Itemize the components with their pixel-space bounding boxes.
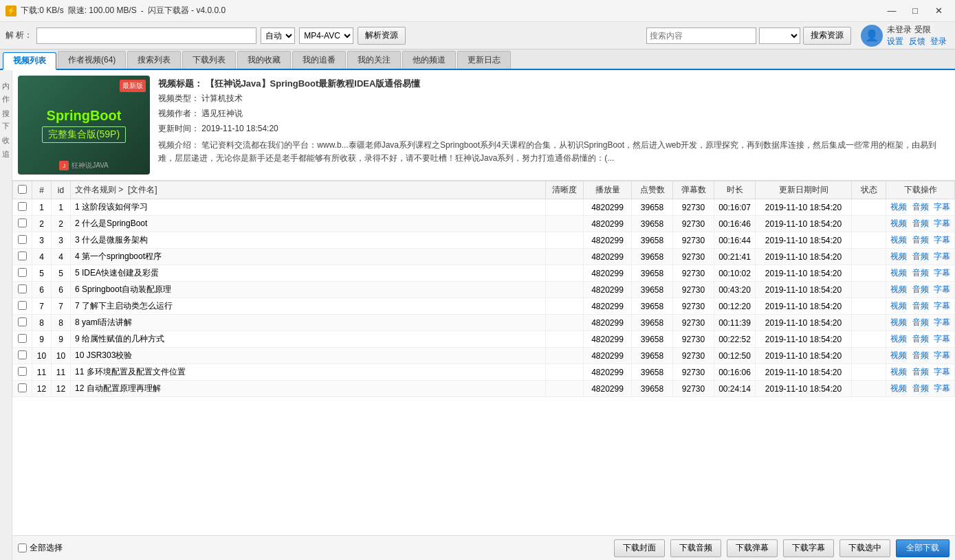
row-checkbox[interactable] xyxy=(13,232,32,249)
row-checkbox[interactable] xyxy=(13,331,32,348)
row-filename: 6 Springboot自动装配原理 xyxy=(71,282,546,298)
download-selected-button[interactable]: 下载选中 xyxy=(839,539,890,557)
thumbnail-count: 完整集合版(59P) xyxy=(42,126,126,143)
row-checkbox[interactable] xyxy=(13,298,32,315)
download-subtitle-link[interactable]: 字幕 xyxy=(934,219,950,228)
download-video-link[interactable]: 视频 xyxy=(890,367,907,377)
row-duration: 00:12:50 xyxy=(714,348,756,364)
row-checkbox[interactable] xyxy=(13,348,32,364)
download-video-link[interactable]: 视频 xyxy=(890,219,907,228)
select-all-checkbox[interactable] xyxy=(18,185,27,194)
download-subtitle-link[interactable]: 字幕 xyxy=(934,251,950,261)
download-subtitle-link[interactable]: 字幕 xyxy=(934,268,950,278)
download-subtitle-link[interactable]: 字幕 xyxy=(934,284,950,294)
download-video-link[interactable]: 视频 xyxy=(890,202,907,212)
row-checkbox[interactable] xyxy=(13,249,32,265)
feedback-link[interactable]: 反馈 xyxy=(909,36,925,46)
row-checkbox[interactable] xyxy=(13,381,32,397)
row-actions: 视频 音频 字幕 xyxy=(886,364,955,381)
download-subtitle-link[interactable]: 字幕 xyxy=(934,383,950,393)
tab-favorites[interactable]: 我的收藏 xyxy=(237,51,291,69)
download-audio-link[interactable]: 音频 xyxy=(912,350,929,360)
download-video-link[interactable]: 视频 xyxy=(890,301,907,311)
download-audio-link[interactable]: 音频 xyxy=(912,268,929,278)
row-clarity xyxy=(546,216,584,232)
close-button[interactable]: ✕ xyxy=(927,3,949,19)
download-audio-link[interactable]: 音频 xyxy=(912,301,929,311)
download-audio-link[interactable]: 音频 xyxy=(912,284,929,294)
row-checkbox[interactable] xyxy=(13,282,32,298)
row-duration: 00:11:39 xyxy=(714,315,756,331)
row-checkbox[interactable] xyxy=(13,216,32,232)
thumbnail-brand: J 狂神说JAVA xyxy=(59,161,109,170)
download-cover-button[interactable]: 下载封面 xyxy=(614,539,665,557)
auto-select[interactable]: 自动 xyxy=(261,27,295,44)
settings-link[interactable]: 设置 xyxy=(887,36,903,46)
download-audio-link[interactable]: 音频 xyxy=(912,202,929,212)
row-plays: 4820299 xyxy=(584,298,632,315)
download-audio-link[interactable]: 音频 xyxy=(912,317,929,327)
tab-following[interactable]: 我的追番 xyxy=(292,51,346,69)
select-all-bottom-checkbox[interactable] xyxy=(18,544,27,552)
download-video-link[interactable]: 视频 xyxy=(890,383,907,393)
download-audio-link[interactable]: 音频 xyxy=(912,235,929,245)
download-subtitle-link[interactable]: 字幕 xyxy=(934,317,950,327)
row-checkbox[interactable] xyxy=(13,199,32,216)
download-subtitle-link[interactable]: 字幕 xyxy=(934,367,950,377)
select-all-label[interactable]: 全部选择 xyxy=(18,542,63,554)
search-filter-select[interactable] xyxy=(759,27,800,44)
row-index: 9 xyxy=(32,331,52,348)
format-select[interactable]: MP4-AVC xyxy=(299,27,353,44)
maximize-button[interactable]: □ xyxy=(904,3,926,19)
download-audio-link[interactable]: 音频 xyxy=(912,383,929,393)
download-video-link[interactable]: 视频 xyxy=(890,350,907,360)
download-subtitle-link[interactable]: 字幕 xyxy=(934,301,950,311)
download-audio-link[interactable]: 音频 xyxy=(912,367,929,377)
row-danmaku: 92730 xyxy=(673,381,714,397)
row-status xyxy=(852,315,886,331)
row-likes: 39658 xyxy=(632,199,673,216)
download-danmaku-button[interactable]: 下载弹幕 xyxy=(727,539,778,557)
tab-subscriptions[interactable]: 我的关注 xyxy=(347,51,401,69)
tab-author-videos[interactable]: 作者视频(64) xyxy=(58,51,126,69)
tab-bar: 视频列表 作者视频(64) 搜索列表 下载列表 我的收藏 我的追番 我的关注 他… xyxy=(0,49,955,70)
search-input[interactable] xyxy=(646,27,756,44)
parse-resource-button[interactable]: 解析资源 xyxy=(358,27,406,45)
row-duration: 00:22:52 xyxy=(714,331,756,348)
tab-channel[interactable]: 他的频道 xyxy=(402,51,456,69)
tab-download-list[interactable]: 下载列表 xyxy=(182,51,236,69)
row-checkbox[interactable] xyxy=(13,364,32,381)
download-video-link[interactable]: 视频 xyxy=(890,334,907,344)
video-title-line: 视频标题： 【狂神说Java】SpringBoot最新教程IDEA版通俗易懂 xyxy=(158,76,949,91)
download-subtitle-link[interactable]: 字幕 xyxy=(934,350,950,360)
row-index: 11 xyxy=(32,364,52,381)
row-likes: 39658 xyxy=(632,381,673,397)
row-checkbox[interactable] xyxy=(13,315,32,331)
tab-video-list[interactable]: 视频列表 xyxy=(3,52,56,70)
bottom-bar: 全部选择 下载封面 下载音频 下载弹幕 下载字幕 下载选中 全部下载 xyxy=(12,535,955,560)
download-video-link[interactable]: 视频 xyxy=(890,268,907,278)
download-audio-button[interactable]: 下载音频 xyxy=(670,539,721,557)
download-video-link[interactable]: 视频 xyxy=(890,235,907,245)
download-all-button[interactable]: 全部下载 xyxy=(896,539,949,557)
download-video-link[interactable]: 视频 xyxy=(890,284,907,294)
download-subtitle-link[interactable]: 字幕 xyxy=(934,334,950,344)
login-link[interactable]: 登录 xyxy=(930,36,947,46)
download-subtitle-link[interactable]: 字幕 xyxy=(934,235,950,245)
download-subtitle-link[interactable]: 字幕 xyxy=(934,202,950,212)
tab-changelog[interactable]: 更新日志 xyxy=(457,51,511,69)
search-resource-button[interactable]: 搜索资源 xyxy=(803,27,851,45)
table-row: 12 12 12 自动配置原理再理解 4820299 39658 92730 0… xyxy=(13,381,955,397)
download-audio-link[interactable]: 音频 xyxy=(912,334,929,344)
download-audio-link[interactable]: 音频 xyxy=(912,219,929,228)
row-index: 1 xyxy=(32,199,52,216)
download-subtitle-button[interactable]: 下载字幕 xyxy=(783,539,834,557)
parse-input[interactable] xyxy=(36,27,256,44)
minimize-button[interactable]: — xyxy=(881,3,903,19)
row-checkbox[interactable] xyxy=(13,265,32,282)
download-audio-link[interactable]: 音频 xyxy=(912,251,929,261)
download-video-link[interactable]: 视频 xyxy=(890,317,907,327)
tab-search-list[interactable]: 搜索列表 xyxy=(127,51,181,69)
row-plays: 4820299 xyxy=(584,232,632,249)
download-video-link[interactable]: 视频 xyxy=(890,251,907,261)
